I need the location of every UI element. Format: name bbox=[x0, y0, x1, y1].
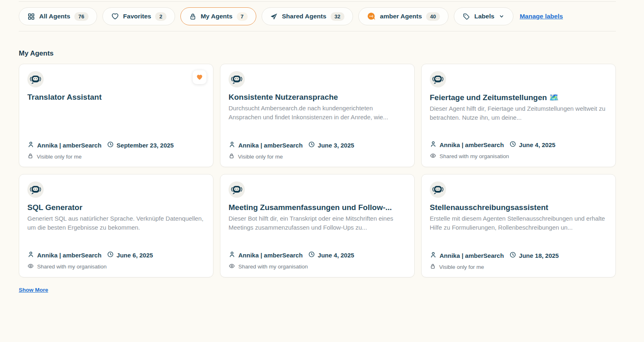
agent-date-group: June 18, 2025 bbox=[509, 251, 559, 259]
agent-title: Stellenausschreibungsassistent bbox=[430, 203, 607, 212]
agent-author: Annika | amberSearch bbox=[238, 142, 303, 149]
agent-visibility-label: Visible only for me bbox=[238, 154, 283, 160]
agent-visibility-label: Visible only for me bbox=[37, 154, 82, 160]
agent-visibility-label: Visible only for me bbox=[439, 264, 484, 270]
agent-author: Annika | amberSearch bbox=[238, 252, 303, 259]
agent-visibility-row: Shared with my organisation bbox=[229, 263, 406, 270]
agent-date: June 4, 2025 bbox=[318, 252, 354, 259]
agent-author: Annika | amberSearch bbox=[37, 252, 102, 259]
person-icon bbox=[229, 251, 235, 259]
person-icon bbox=[27, 141, 34, 149]
agent-card[interactable]: Meeting Zusammenfassungen und Follow-...… bbox=[220, 174, 415, 277]
agent-visibility-label: Shared with my organisation bbox=[440, 153, 509, 159]
agents-page: All Agents 76 Favorites 2 My Agent bbox=[19, 1, 616, 293]
person-icon bbox=[229, 141, 235, 149]
filter-tabs: All Agents 76 Favorites 2 My Agent bbox=[19, 7, 513, 25]
eye-icon bbox=[430, 152, 436, 160]
filter-tab[interactable]: amber Agents 40 bbox=[358, 7, 449, 25]
filter-tab-count-badge: 2 bbox=[155, 12, 166, 21]
heart-icon bbox=[111, 12, 119, 20]
agent-card-footer: Annika | amberSearch June 18, 2025 bbox=[430, 251, 607, 270]
filter-tab-label: Shared Agents bbox=[282, 13, 326, 20]
robot-avatar-icon bbox=[27, 181, 44, 198]
filter-tab[interactable]: Labels bbox=[454, 7, 513, 25]
agent-meta-row: Annika | amberSearch June 18, 2025 bbox=[430, 251, 607, 259]
filter-tab[interactable]: Favorites 2 bbox=[102, 7, 175, 25]
filter-tab-count-badge: 7 bbox=[237, 12, 248, 21]
agent-title: SQL Generator bbox=[27, 203, 205, 212]
agent-visibility-label: Shared with my organisation bbox=[238, 264, 308, 270]
page-title: My Agents bbox=[19, 49, 616, 58]
agent-card[interactable]: Feiertage und Zeitumstellungen 🗺️ Dieser… bbox=[421, 64, 616, 167]
agent-card-footer: Annika | amberSearch September 23, 2025 bbox=[27, 141, 205, 160]
filter-tab-count-badge: 76 bbox=[74, 12, 88, 21]
lock-icon bbox=[27, 153, 33, 160]
grid-icon bbox=[27, 13, 35, 20]
manage-labels-link[interactable]: Manage labels bbox=[520, 13, 563, 20]
clock-icon bbox=[509, 141, 516, 149]
agent-card[interactable]: SQL Generator Generiert SQL aus natürlic… bbox=[19, 174, 213, 277]
agent-date: September 23, 2025 bbox=[117, 142, 174, 149]
agent-date-group: June 3, 2025 bbox=[308, 141, 354, 149]
agent-date: June 4, 2025 bbox=[519, 141, 555, 148]
filter-tab[interactable]: My Agents 7 bbox=[180, 7, 256, 25]
agent-card-footer: Annika | amberSearch June 3, 2025 bbox=[229, 141, 406, 160]
clock-icon bbox=[308, 141, 315, 149]
robot-avatar-icon bbox=[430, 71, 446, 87]
agent-meta-row: Annika | amberSearch June 3, 2025 bbox=[229, 141, 406, 149]
agent-date-group: June 6, 2025 bbox=[107, 251, 153, 259]
agent-date-group: June 4, 2025 bbox=[308, 251, 354, 259]
person-icon bbox=[430, 141, 437, 149]
agent-meta-row: Annika | amberSearch September 23, 2025 bbox=[27, 141, 205, 149]
filter-tab-count-badge: 32 bbox=[331, 12, 344, 21]
agent-visibility-row: Visible only for me bbox=[229, 153, 406, 160]
agent-date: June 6, 2025 bbox=[117, 252, 153, 259]
agents-grid: Translator Assistant Annika | amberSearc… bbox=[19, 64, 616, 277]
filter-tab-label: All Agents bbox=[39, 13, 70, 20]
favorite-heart-icon bbox=[196, 74, 203, 81]
show-more-link[interactable]: Show More bbox=[19, 287, 48, 293]
lock-icon bbox=[189, 13, 197, 20]
agent-description: Dieser Bot hilft dir, ein Transkript ode… bbox=[229, 214, 406, 232]
send-icon bbox=[270, 13, 278, 20]
agent-description: Erstelle mit diesem Agenten Stellenaussc… bbox=[430, 214, 607, 232]
agent-card-footer: Annika | amberSearch June 4, 2025 bbox=[229, 251, 406, 270]
agent-title: Konsistente Nutzeransprache bbox=[229, 93, 406, 102]
eye-icon bbox=[27, 263, 34, 270]
agent-meta-row: Annika | amberSearch June 4, 2025 bbox=[430, 141, 607, 149]
agent-meta-row: Annika | amberSearch June 6, 2025 bbox=[27, 251, 205, 259]
robot-avatar-icon bbox=[27, 71, 44, 87]
agent-card[interactable]: Konsistente Nutzeransprache Durchsucht A… bbox=[220, 64, 415, 167]
agent-title: Meeting Zusammenfassungen und Follow-... bbox=[229, 203, 406, 212]
lock-icon bbox=[430, 263, 436, 270]
robot-avatar-icon bbox=[229, 181, 245, 198]
agent-visibility-row: Shared with my organisation bbox=[430, 152, 607, 160]
agent-card[interactable]: Translator Assistant Annika | amberSearc… bbox=[19, 64, 213, 167]
agent-author: Annika | amberSearch bbox=[440, 252, 504, 259]
lock-icon bbox=[229, 153, 235, 160]
person-icon bbox=[27, 251, 34, 259]
agent-date-group: September 23, 2025 bbox=[107, 141, 174, 149]
filter-tab-label: Labels bbox=[474, 13, 494, 20]
filter-tab[interactable]: All Agents 76 bbox=[19, 7, 97, 25]
agent-card-footer: Annika | amberSearch June 6, 2025 bbox=[27, 251, 205, 270]
clock-icon bbox=[509, 251, 516, 259]
amber-logo-icon bbox=[367, 12, 376, 21]
agent-card-footer: Annika | amberSearch June 4, 2025 bbox=[430, 141, 607, 160]
chevron-down-icon bbox=[498, 13, 505, 20]
filter-tab[interactable]: Shared Agents 32 bbox=[262, 7, 353, 25]
agent-visibility-row: Shared with my organisation bbox=[27, 263, 205, 270]
robot-avatar-icon bbox=[430, 181, 446, 198]
agent-date: June 18, 2025 bbox=[519, 252, 559, 259]
robot-avatar-icon bbox=[229, 71, 245, 87]
clock-icon bbox=[308, 251, 315, 259]
clock-icon bbox=[107, 141, 114, 149]
agent-date: June 3, 2025 bbox=[318, 142, 354, 149]
agent-description: Dieser Agent hilft dir, Feiertage und Ze… bbox=[430, 104, 607, 122]
agent-visibility-row: Visible only for me bbox=[27, 153, 205, 160]
agent-description: Generiert SQL aus natürlicher Sprache. V… bbox=[27, 214, 205, 232]
agent-card[interactable]: Stellenausschreibungsassistent Erstelle … bbox=[421, 174, 616, 277]
agent-title: Translator Assistant bbox=[27, 93, 205, 102]
agent-date-group: June 4, 2025 bbox=[509, 141, 555, 149]
favorite-button[interactable] bbox=[193, 70, 207, 84]
